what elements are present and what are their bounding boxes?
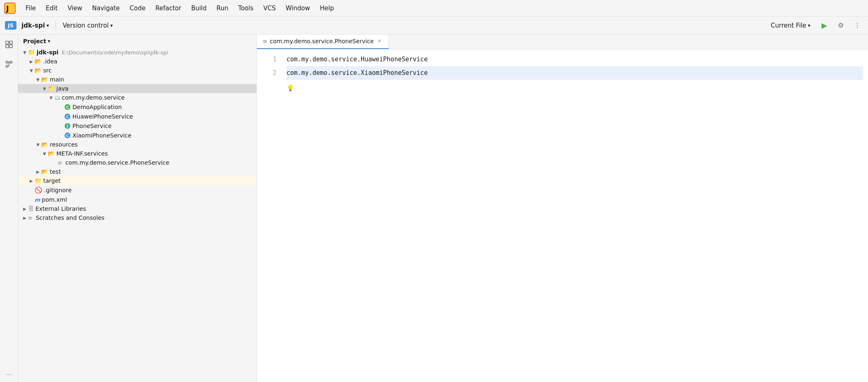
main-folder-icon: 📂: [41, 76, 48, 83]
svg-point-9: [6, 65, 8, 68]
idea-arrow-icon: ▶: [28, 59, 35, 64]
lightbulb-icon: 💡: [286, 84, 294, 92]
tree-item-gitignore[interactable]: 🚫 .gitignore: [18, 185, 256, 195]
tree-item-scratches[interactable]: ▶ ≡ Scratches and Consoles: [18, 213, 256, 222]
scratches-label: Scratches and Consoles: [36, 214, 105, 221]
sidebar-icon-more[interactable]: ···: [5, 370, 12, 379]
menu-vcs[interactable]: VCS: [259, 3, 280, 14]
version-control-chevron-icon: ▾: [110, 23, 113, 28]
metainf-arrow-icon: ▼: [41, 151, 48, 156]
pom-maven-icon: m: [35, 197, 40, 203]
pom-label: pom.xml: [42, 196, 67, 203]
tree-item-spi-file[interactable]: ≡ com.my.demo.service.PhoneService: [18, 158, 256, 167]
tree-item-resources[interactable]: ▼ 📂 resources: [18, 140, 256, 149]
toolbar-right: Current File ▾ ▶ ⚙ ⋮: [768, 20, 863, 31]
svg-rect-5: [6, 45, 9, 48]
more-button[interactable]: ⋮: [852, 20, 863, 31]
tree-item-huawei[interactable]: C HuaweiPhoneService: [18, 112, 256, 121]
code-editor[interactable]: com.my.demo.service.HuaweiPhoneService c…: [282, 53, 868, 382]
tree-item-target[interactable]: ▶ 📁 target: [18, 176, 256, 185]
sidebar-icon-project[interactable]: [2, 38, 16, 51]
external-libs-label: External Libraries: [35, 205, 86, 212]
toolbar: JS jdk-spi ▾ Version control ▾ Current F…: [0, 16, 868, 35]
tree-item-external-libs[interactable]: ▶ 🗄 External Libraries: [18, 204, 256, 213]
demo-app-label: DemoApplication: [72, 104, 122, 110]
java-label: java: [56, 85, 68, 92]
menu-edit[interactable]: Edit: [42, 3, 62, 14]
package-icon: 🗂: [54, 94, 60, 101]
tree-item-phoneservice[interactable]: I PhoneService: [18, 121, 256, 130]
test-arrow-icon: ▶: [35, 170, 41, 174]
menu-build[interactable]: Build: [187, 3, 211, 14]
settings-icon: ⚙: [838, 21, 844, 29]
metainf-label: META-INF.services: [56, 150, 108, 157]
svg-rect-3: [6, 41, 9, 44]
java-arrow-icon: ▼: [41, 86, 48, 91]
svg-text:C: C: [66, 115, 69, 119]
tree-item-package[interactable]: ▼ 🗂 com.my.demo.service: [18, 93, 256, 102]
gitignore-icon: 🚫: [35, 186, 42, 194]
editor-tab-phonservice[interactable]: ≡ com.my.demo.service.PhoneService ✕: [257, 35, 389, 49]
external-libs-icon: 🗄: [28, 205, 34, 212]
tab-label: com.my.demo.service.PhoneService: [270, 38, 374, 44]
tree-item-xiaomi[interactable]: C XiaomiPhoneService: [18, 130, 256, 140]
menu-refactor[interactable]: Refactor: [151, 3, 185, 14]
tree-item-jdk-spi[interactable]: ▼ 📁 jdk-spi E:\Documents\code\mydemo\spi…: [18, 48, 256, 57]
tree-item-pom[interactable]: m pom.xml: [18, 195, 256, 204]
tree-item-idea[interactable]: ▶ 📂 .idea: [18, 57, 256, 66]
huawei-class-icon: C: [64, 113, 71, 120]
tree-item-main[interactable]: ▼ 📂 main: [18, 75, 256, 84]
menu-file[interactable]: File: [21, 3, 40, 14]
scratches-arrow-icon: ▶: [21, 216, 28, 220]
test-label: test: [50, 168, 61, 175]
menu-tools[interactable]: Tools: [234, 3, 258, 14]
xiaomi-label: XiaomiPhoneService: [72, 132, 131, 139]
svg-text:C: C: [66, 134, 69, 138]
tree-item-test[interactable]: ▶ 📂 test: [18, 167, 256, 176]
menu-help[interactable]: Help: [316, 3, 338, 14]
menu-code[interactable]: Code: [126, 3, 149, 14]
menu-run[interactable]: Run: [212, 3, 233, 14]
more-icon: ⋮: [854, 21, 861, 29]
project-name-chevron-icon: ▾: [47, 23, 49, 28]
tree-item-java[interactable]: ▼ 📁 java: [18, 84, 256, 93]
jdk-spi-path: E:\Documents\code\mydemo\spi\jdk-spi: [62, 49, 168, 56]
sidebar-icon-git[interactable]: [2, 58, 16, 71]
project-badge-label: JS: [8, 22, 14, 28]
huawei-label: HuaweiPhoneService: [72, 113, 133, 120]
menu-window[interactable]: Window: [282, 3, 314, 14]
tree-item-demo-app[interactable]: C DemoApplication: [18, 102, 256, 112]
lightbulb-hint[interactable]: 💡: [286, 82, 863, 95]
resources-folder-icon: 📂: [41, 141, 48, 148]
tree-item-src[interactable]: ▼ 📂 src: [18, 66, 256, 75]
code-line-2: com.my.demo.service.XiaomiPhoneService: [286, 66, 863, 80]
scratches-icon: ≡: [28, 215, 33, 221]
src-arrow-icon: ▼: [28, 68, 35, 73]
editor-area: ≡ com.my.demo.service.PhoneService ✕ 1 2…: [257, 35, 868, 382]
idea-folder-icon: 📂: [35, 58, 42, 65]
java-folder-icon: 📁: [48, 85, 55, 92]
package-label: com.my.demo.service: [62, 94, 125, 101]
spi-file-label: com.my.demo.service.PhoneService: [65, 159, 169, 166]
settings-button[interactable]: ⚙: [835, 20, 847, 31]
app-logo: J: [3, 2, 16, 15]
tree-item-metainf[interactable]: ▼ 📂 META-INF.services: [18, 149, 256, 158]
version-control-selector[interactable]: Version control ▾: [63, 22, 113, 29]
menu-navigate[interactable]: Navigate: [88, 3, 124, 14]
tab-close-button[interactable]: ✕: [376, 38, 383, 44]
menu-view[interactable]: View: [63, 3, 86, 14]
version-control-label: Version control: [63, 22, 109, 29]
phoneservice-label: PhoneService: [72, 123, 112, 129]
run-icon: ▶: [821, 21, 827, 30]
project-tree-header[interactable]: Project ▾: [18, 35, 256, 48]
target-folder-icon: 📁: [35, 177, 42, 184]
run-button[interactable]: ▶: [819, 20, 830, 31]
jdk-spi-arrow-icon: ▼: [21, 50, 28, 55]
toolbar-separator: [56, 21, 56, 30]
project-name-selector[interactable]: jdk-spi ▾: [21, 22, 49, 29]
package-arrow-icon: ▼: [48, 96, 54, 100]
current-file-chevron-icon: ▾: [808, 23, 810, 28]
xiaomi-class-icon: C: [64, 132, 71, 139]
current-file-selector[interactable]: Current File ▾: [768, 20, 814, 31]
project-tree-panel: Project ▾ ▼ 📁 jdk-spi E:\Documents\code\…: [18, 35, 257, 382]
